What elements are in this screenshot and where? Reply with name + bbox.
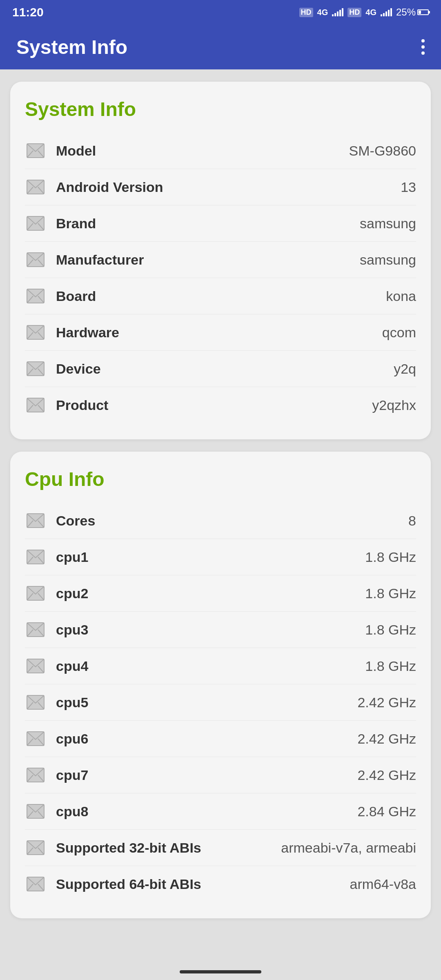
system-info-title: System Info	[25, 98, 416, 120]
envelope-icon	[25, 655, 46, 677]
hd-badge-1: HD	[299, 8, 313, 17]
list-item: Cores 8	[25, 503, 416, 539]
list-item: cpu8 2.84 GHz	[25, 793, 416, 830]
info-label: cpu8	[56, 804, 357, 820]
envelope-icon	[25, 249, 46, 270]
cpu-info-rows: Cores 8 cpu1 1.8 GHz cpu2	[25, 503, 416, 902]
envelope-icon	[25, 285, 46, 307]
info-label: cpu7	[56, 767, 357, 783]
envelope-icon	[25, 764, 46, 786]
info-value: 2.42 GHz	[357, 767, 416, 783]
info-value: 1.8 GHz	[365, 658, 416, 674]
info-value: arm64-v8a	[350, 876, 416, 892]
dot-3	[421, 51, 425, 55]
list-item: Supported 64-bit ABIs arm64-v8a	[25, 866, 416, 902]
info-value: 2.84 GHz	[357, 804, 416, 820]
system-info-rows: Model SM-G9860 Android Version 13	[25, 133, 416, 423]
system-info-card: System Info Model SM-G9860 Android	[10, 82, 431, 439]
info-value: samsung	[360, 252, 416, 268]
hd-badge-2: HD	[347, 8, 361, 17]
list-item: Product y2qzhx	[25, 387, 416, 423]
info-label: Supported 32-bit ABIs	[56, 840, 281, 856]
info-value: kona	[386, 288, 416, 304]
list-item: cpu7 2.42 GHz	[25, 757, 416, 793]
envelope-icon	[25, 619, 46, 640]
envelope-icon	[25, 510, 46, 531]
list-item: Device y2q	[25, 351, 416, 387]
signal-2	[381, 8, 392, 16]
app-bar: System Info	[0, 24, 441, 69]
envelope-icon	[25, 583, 46, 604]
status-time: 11:20	[12, 5, 44, 19]
info-value: SM-G9860	[349, 143, 416, 159]
envelope-icon	[25, 358, 46, 379]
info-label: Supported 64-bit ABIs	[56, 876, 350, 892]
info-value: 1.8 GHz	[365, 549, 416, 565]
info-label: Product	[56, 397, 372, 413]
info-label: cpu5	[56, 695, 357, 710]
list-item: Supported 32-bit ABIs armeabi-v7a, armea…	[25, 830, 416, 866]
info-value: y2q	[394, 361, 416, 377]
list-item: cpu4 1.8 GHz	[25, 648, 416, 684]
nav-indicator	[180, 970, 261, 973]
list-item: Hardware qcom	[25, 314, 416, 351]
info-value: 1.8 GHz	[365, 586, 416, 601]
info-value: 2.42 GHz	[357, 731, 416, 747]
info-value: 1.8 GHz	[365, 622, 416, 638]
list-item: Model SM-G9860	[25, 133, 416, 169]
info-value: samsung	[360, 216, 416, 232]
list-item: Android Version 13	[25, 169, 416, 205]
info-value: 2.42 GHz	[357, 695, 416, 710]
envelope-icon	[25, 140, 46, 161]
info-label: cpu3	[56, 622, 365, 638]
info-label: cpu2	[56, 586, 365, 601]
info-label: cpu4	[56, 658, 365, 674]
envelope-icon	[25, 837, 46, 858]
list-item: cpu5 2.42 GHz	[25, 684, 416, 721]
envelope-icon	[25, 546, 46, 568]
info-label: Board	[56, 288, 386, 304]
dot-2	[421, 45, 425, 49]
envelope-icon	[25, 322, 46, 343]
list-item: Brand samsung	[25, 205, 416, 242]
info-label: Model	[56, 143, 349, 159]
cpu-info-title: Cpu Info	[25, 468, 416, 490]
list-item: cpu2 1.8 GHz	[25, 575, 416, 612]
info-label: Hardware	[56, 325, 382, 341]
list-item: cpu1 1.8 GHz	[25, 539, 416, 575]
battery-icon	[417, 9, 429, 15]
bottom-bar	[0, 964, 441, 980]
list-item: cpu3 1.8 GHz	[25, 612, 416, 648]
info-value: armeabi-v7a, armeabi	[281, 840, 416, 856]
info-label: cpu6	[56, 731, 357, 747]
4g-badge-1: 4G	[317, 8, 328, 17]
envelope-icon	[25, 394, 46, 416]
envelope-icon	[25, 692, 46, 713]
info-value: 8	[408, 513, 416, 529]
info-label: Device	[56, 361, 394, 377]
envelope-icon	[25, 873, 46, 895]
list-item: Board kona	[25, 278, 416, 314]
battery-percent: 25%	[396, 7, 416, 18]
envelope-icon	[25, 176, 46, 198]
info-label: Cores	[56, 513, 408, 529]
more-options-button[interactable]	[421, 39, 425, 55]
info-value: y2qzhx	[372, 397, 416, 413]
dot-1	[421, 39, 425, 42]
signal-1	[332, 8, 343, 16]
info-value: 13	[401, 179, 416, 195]
info-label: Android Version	[56, 179, 401, 195]
envelope-icon	[25, 213, 46, 234]
battery-indicator: 25%	[396, 7, 429, 18]
info-value: qcom	[382, 325, 416, 341]
4g-badge-2: 4G	[365, 8, 376, 17]
status-bar: 11:20 HD 4G HD 4G 25%	[0, 0, 441, 24]
info-label: cpu1	[56, 549, 365, 565]
main-content: System Info Model SM-G9860 Android	[0, 69, 441, 931]
list-item: cpu6 2.42 GHz	[25, 721, 416, 757]
cpu-info-card: Cpu Info Cores 8 cpu1 1.8	[10, 452, 431, 918]
envelope-icon	[25, 801, 46, 822]
info-label: Brand	[56, 216, 360, 232]
app-bar-title: System Info	[16, 36, 127, 58]
list-item: Manufacturer samsung	[25, 242, 416, 278]
